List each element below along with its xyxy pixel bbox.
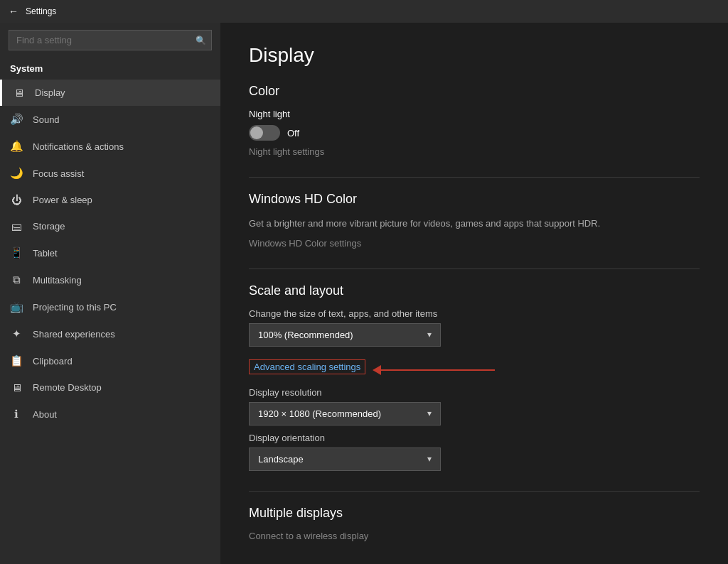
scale-dropdown-value: 100% (Recommended) (258, 330, 353, 340)
multitasking-icon: ⧉ (10, 273, 23, 286)
resolution-dropdown[interactable]: 1920 × 1080 (Recommended) ▾ (249, 402, 441, 425)
main-layout: 🔍 System 🖥 Display 🔊 Sound 🔔 Notificatio… (0, 23, 728, 564)
sidebar-item-label-power: Power & sleep (33, 195, 92, 205)
titlebar-title: Settings (26, 6, 56, 16)
night-light-settings-link[interactable]: Night light settings (249, 146, 700, 157)
hd-color-description: Get a brighter and more vibrant picture … (249, 217, 700, 231)
multiple-displays-title: Multiple displays (249, 506, 700, 521)
projecting-icon: 📺 (10, 300, 23, 313)
sidebar-item-label-storage: Storage (33, 221, 65, 232)
power-icon: ⏻ (10, 194, 23, 206)
resolution-label: Display resolution (249, 387, 700, 398)
notifications-icon: 🔔 (10, 140, 23, 153)
orientation-label: Display orientation (249, 433, 700, 443)
sidebar-item-notifications[interactable]: 🔔 Notifications & actions (0, 133, 220, 160)
chevron-down-icon: ▾ (427, 330, 432, 340)
sidebar-item-display[interactable]: 🖥 Display (0, 80, 220, 106)
hd-color-settings-link[interactable]: Windows HD Color settings (249, 238, 700, 249)
sidebar-item-power[interactable]: ⏻ Power & sleep (0, 187, 220, 213)
sidebar-item-label-multitasking: Multitasking (33, 275, 82, 286)
advanced-link-row: Advanced scaling settings (249, 354, 700, 387)
night-light-toggle[interactable] (249, 125, 280, 141)
sidebar-item-multitasking[interactable]: ⧉ Multitasking (0, 266, 220, 293)
chevron-down-icon-2: ▾ (427, 408, 432, 418)
hd-color-title: Windows HD Color (249, 192, 700, 207)
sidebar-item-label-focus: Focus assist (33, 168, 84, 179)
sidebar-item-label-clipboard: Clipboard (33, 356, 73, 367)
sidebar-item-sound[interactable]: 🔊 Sound (0, 106, 220, 133)
night-light-label: Night light (249, 109, 290, 119)
orientation-value: Landscape (258, 454, 304, 465)
shared-icon: ✦ (10, 327, 23, 340)
arrow-head-icon (373, 365, 381, 375)
clipboard-icon: 📋 (10, 354, 23, 367)
scale-section: Scale and layout Change the size of text… (249, 283, 700, 471)
night-light-state: Off (287, 128, 299, 139)
advanced-scaling-link[interactable]: Advanced scaling settings (249, 359, 365, 374)
multiple-displays-section: Multiple displays Connect to a wireless … (249, 506, 700, 541)
back-button[interactable]: ← (9, 6, 18, 17)
sound-icon: 🔊 (10, 113, 23, 126)
resolution-dropdown-row: Display resolution 1920 × 1080 (Recommen… (249, 387, 700, 425)
sidebar-item-projecting[interactable]: 📺 Projecting to this PC (0, 293, 220, 320)
sidebar-item-about[interactable]: ℹ About (0, 401, 220, 428)
toggle-knob (250, 126, 263, 139)
scale-dropdown-row: Change the size of text, apps, and other… (249, 308, 700, 347)
connect-wireless-link[interactable]: Connect to a wireless display (249, 531, 700, 541)
sidebar-item-label-about: About (33, 409, 57, 420)
sidebar-item-label-shared: Shared experiences (33, 329, 115, 340)
sidebar-item-shared[interactable]: ✦ Shared experiences (0, 320, 220, 347)
color-section: Color Night light Off Night light settin… (249, 84, 700, 157)
resolution-value: 1920 × 1080 (Recommended) (258, 408, 381, 419)
chevron-down-icon-3: ▾ (427, 454, 432, 464)
remote-icon: 🖥 (10, 381, 23, 394)
page-title: Display (249, 44, 700, 67)
system-label: System (0, 58, 220, 80)
arrow-line (381, 369, 495, 371)
sidebar-item-label-notifications: Notifications & actions (33, 141, 124, 152)
divider-3 (249, 491, 700, 492)
about-icon: ℹ (10, 408, 23, 421)
tablet-icon: 📱 (10, 246, 23, 259)
search-container: 🔍 (9, 30, 212, 50)
sidebar-item-focus[interactable]: 🌙 Focus assist (0, 160, 220, 187)
titlebar: ← Settings (0, 0, 728, 23)
night-light-toggle-row: Off (249, 125, 700, 141)
color-section-title: Color (249, 84, 700, 99)
divider-2 (249, 269, 700, 269)
sidebar-item-label-sound: Sound (33, 114, 60, 125)
sidebar-item-label-remote: Remote Desktop (33, 382, 102, 393)
orientation-dropdown[interactable]: Landscape ▾ (249, 448, 441, 471)
sidebar-item-remote[interactable]: 🖥 Remote Desktop (0, 374, 220, 401)
orientation-dropdown-row: Display orientation Landscape ▾ (249, 433, 700, 471)
scale-section-title: Scale and layout (249, 283, 700, 298)
hd-color-section: Windows HD Color Get a brighter and more… (249, 192, 700, 249)
storage-icon: 🖴 (10, 220, 23, 232)
content-area: Display Color Night light Off Night ligh… (220, 23, 728, 564)
night-light-row: Night light (249, 109, 700, 119)
sidebar-item-label-display: Display (35, 87, 65, 98)
scale-dropdown-label: Change the size of text, apps, and other… (249, 308, 700, 319)
sidebar-item-tablet[interactable]: 📱 Tablet (0, 239, 220, 266)
scale-dropdown[interactable]: 100% (Recommended) ▾ (249, 323, 441, 347)
sidebar: 🔍 System 🖥 Display 🔊 Sound 🔔 Notificatio… (0, 23, 220, 564)
sidebar-item-label-projecting: Projecting to this PC (33, 302, 117, 313)
sidebar-item-storage[interactable]: 🖴 Storage (0, 213, 220, 239)
display-icon: 🖥 (12, 87, 25, 99)
arrow-indicator (373, 365, 495, 375)
sidebar-nav: 🖥 Display 🔊 Sound 🔔 Notifications & acti… (0, 80, 220, 428)
divider-1 (249, 177, 700, 178)
search-input[interactable] (9, 30, 212, 50)
sidebar-item-clipboard[interactable]: 📋 Clipboard (0, 347, 220, 374)
sidebar-item-label-tablet: Tablet (33, 248, 58, 259)
search-icon: 🔍 (196, 36, 206, 45)
focus-icon: 🌙 (10, 167, 23, 180)
